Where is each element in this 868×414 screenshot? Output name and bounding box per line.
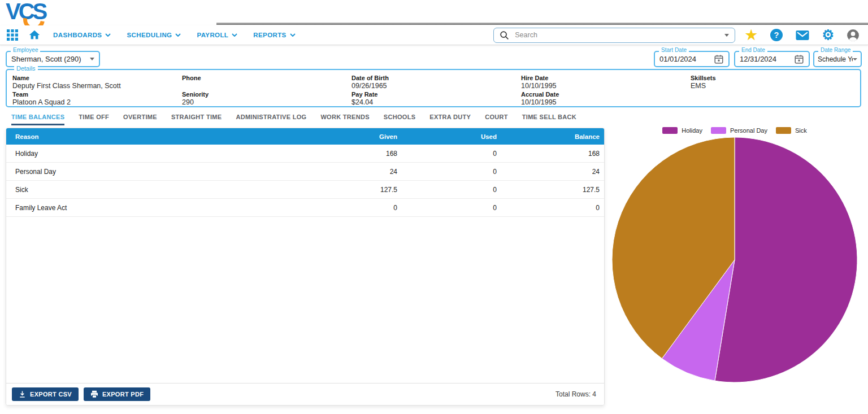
- cell-used: 0: [402, 186, 501, 194]
- detail-label: Skillsets: [691, 74, 860, 82]
- detail-label: Team: [12, 90, 182, 98]
- time-balances-card: Reason Given Used Balance Holiday 168 0 …: [6, 128, 605, 406]
- legend-swatch: [776, 127, 791, 134]
- calendar-icon[interactable]: [794, 54, 804, 64]
- nav-menu-scheduling[interactable]: SCHEDULING: [127, 32, 181, 38]
- table-footer: EXPORT CSV EXPORT PDF Total Rows: 4: [6, 383, 604, 405]
- legend-swatch: [711, 127, 726, 134]
- tab-extra-duty[interactable]: EXTRA DUTY: [429, 114, 471, 125]
- column-header-given[interactable]: Given: [300, 133, 402, 140]
- chevron-down-icon: [290, 33, 296, 37]
- total-rows: Total Rows: 4: [555, 390, 598, 398]
- start-date-field[interactable]: Start Date 01/01/2024: [654, 51, 730, 67]
- tab-schools[interactable]: SCHOOLS: [384, 114, 416, 125]
- nav-menu-reports[interactable]: REPORTS: [253, 32, 295, 38]
- pie-slice-holiday[interactable]: [715, 137, 857, 382]
- cell-used: 0: [402, 204, 501, 212]
- table-row-personal-day[interactable]: Personal Day 24 0 24: [6, 163, 604, 181]
- detail-value: $24.04: [351, 98, 521, 107]
- legend-item-sick[interactable]: Sick: [776, 127, 807, 134]
- table-row-sick[interactable]: Sick 127.5 0 127.5: [6, 181, 604, 199]
- cell-balance: 24: [501, 168, 604, 176]
- cell-given: 0: [300, 204, 402, 212]
- home-icon[interactable]: [28, 29, 41, 41]
- app: VCS DASHBOARDS SCHEDULIN: [0, 0, 868, 414]
- export-pdf-label: EXPORT PDF: [102, 391, 144, 398]
- details-panel: Details Name Deputy First Class Sherman,…: [6, 69, 861, 107]
- mail-icon[interactable]: [795, 29, 810, 41]
- nav-menu-dashboards[interactable]: DASHBOARDS: [53, 32, 111, 38]
- calendar-icon[interactable]: [714, 54, 724, 64]
- cell-used: 0: [402, 150, 501, 158]
- settings-gear-icon[interactable]: ⚙: [822, 28, 834, 42]
- end-date-field[interactable]: End Date 12/31/2024: [734, 51, 810, 67]
- top-nav: DASHBOARDS SCHEDULING PAYROLL REPORTS: [0, 25, 868, 45]
- employee-value: Sherman, Scott (290): [11, 55, 81, 63]
- cell-balance: 0: [501, 204, 604, 212]
- cell-reason: Personal Day: [6, 168, 300, 176]
- tab-time-off[interactable]: TIME OFF: [79, 114, 109, 125]
- column-header-balance[interactable]: Balance: [501, 133, 604, 140]
- legend-item-holiday[interactable]: Holiday: [662, 127, 702, 134]
- account-icon[interactable]: [846, 28, 860, 42]
- detail-field-name: Name Deputy First Class Sherman, Scott: [12, 74, 182, 90]
- search-box[interactable]: [493, 28, 735, 43]
- legend-item-personal-day[interactable]: Personal Day: [711, 127, 767, 134]
- export-csv-button[interactable]: EXPORT CSV: [12, 387, 79, 401]
- apps-grid-icon[interactable]: [7, 29, 18, 41]
- table-header: Reason Given Used Balance: [6, 128, 604, 145]
- detail-column: Date of Birth 09/26/1965 Pay Rate $24.04: [351, 74, 521, 107]
- details-grid: Name Deputy First Class Sherman, Scott T…: [7, 70, 860, 107]
- detail-value: 10/10/1995: [521, 98, 691, 107]
- search-icon: [500, 30, 509, 40]
- column-header-used[interactable]: Used: [402, 133, 501, 140]
- pie-chart-svg: [611, 137, 858, 383]
- cell-given: 24: [300, 168, 402, 176]
- table-row-holiday[interactable]: Holiday 168 0 168: [6, 145, 604, 163]
- end-date-label: End Date: [739, 47, 767, 53]
- end-date-value: 12/31/2024: [740, 55, 776, 63]
- date-range-select[interactable]: Date Range Schedule Year: [813, 51, 862, 67]
- employee-label: Employee: [11, 47, 40, 53]
- detail-value: [182, 82, 351, 90]
- printer-icon: [90, 390, 98, 398]
- detail-field-accrual-date: Accrual Date 10/10/1995: [521, 90, 691, 107]
- download-icon: [19, 390, 26, 398]
- detail-value: EMS: [691, 82, 860, 90]
- detail-label: Seniority: [182, 90, 351, 98]
- detail-field-seniority: Seniority 290: [182, 90, 351, 107]
- detail-label: Pay Rate: [351, 90, 521, 98]
- employee-caret-icon: [90, 58, 94, 60]
- detail-label: Hire Date: [521, 74, 691, 82]
- tab-time-sell-back[interactable]: TIME SELL BACK: [522, 114, 576, 125]
- favorites-star-icon[interactable]: ★: [744, 28, 758, 42]
- export-csv-label: EXPORT CSV: [30, 391, 72, 398]
- table-row-family-leave-act[interactable]: Family Leave Act 0 0 0: [6, 199, 604, 217]
- tab-time-balances[interactable]: TIME BALANCES: [11, 114, 64, 125]
- search-dropdown-caret-icon[interactable]: [724, 34, 729, 37]
- svg-text:?: ?: [774, 30, 779, 40]
- detail-label: Date of Birth: [351, 74, 521, 82]
- tab-straight-time[interactable]: STRAIGHT TIME: [171, 114, 222, 125]
- vcs-logo: VCS: [6, 0, 45, 24]
- table-body: Holiday 168 0 168 Personal Day 24 0 24 S…: [6, 145, 604, 217]
- detail-value: 09/26/1965: [351, 82, 521, 90]
- detail-value: Platoon A Squad 2: [12, 98, 182, 107]
- detail-column: Skillsets EMS: [691, 74, 860, 107]
- detail-field-pay-rate: Pay Rate $24.04: [351, 90, 521, 107]
- help-icon[interactable]: ?: [770, 28, 783, 42]
- search-input[interactable]: [514, 30, 720, 40]
- chart-legend: Holiday Personal Day Sick: [611, 127, 858, 134]
- details-panel-label: Details: [14, 65, 38, 72]
- tab-work-trends[interactable]: WORK TRENDS: [320, 114, 369, 125]
- legend-label: Sick: [795, 127, 807, 134]
- export-pdf-button[interactable]: EXPORT PDF: [84, 387, 150, 401]
- date-range-caret-icon: [853, 58, 857, 60]
- tab-overtime[interactable]: OVERTIME: [123, 114, 157, 125]
- detail-field-skillsets: Skillsets EMS: [691, 74, 860, 90]
- nav-menu-payroll[interactable]: PAYROLL: [197, 32, 237, 38]
- column-header-reason[interactable]: Reason: [6, 133, 300, 140]
- tab-administrative-log[interactable]: ADMINISTRATIVE LOG: [236, 114, 306, 125]
- tab-court[interactable]: COURT: [485, 114, 508, 125]
- detail-field-phone: Phone: [182, 74, 351, 90]
